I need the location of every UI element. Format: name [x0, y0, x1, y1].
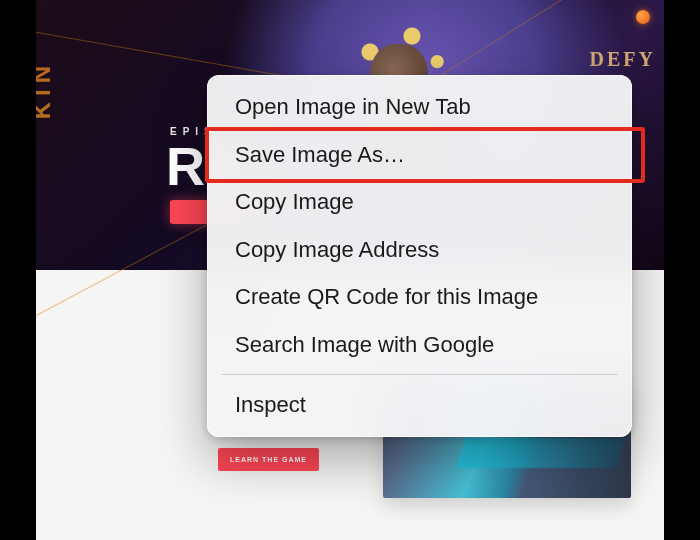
card-cta-button[interactable]: LEARN THE GAME — [218, 448, 319, 471]
menu-item-create-qr-code[interactable]: Create QR Code for this Image — [207, 273, 632, 321]
menu-item-inspect[interactable]: Inspect — [207, 381, 632, 429]
hero-side-caption: KIN — [36, 60, 56, 119]
corner-badge-icon — [636, 10, 650, 24]
menu-item-save-image-as[interactable]: Save Image As… — [207, 131, 632, 179]
menu-item-open-image-new-tab[interactable]: Open Image in New Tab — [207, 83, 632, 131]
menu-item-search-image-google[interactable]: Search Image with Google — [207, 321, 632, 369]
context-menu: Open Image in New Tab Save Image As… Cop… — [207, 75, 632, 437]
screenshot-stage: KIN DEFY TH EPISODE RE W modes as well a… — [0, 0, 700, 540]
menu-item-copy-image[interactable]: Copy Image — [207, 178, 632, 226]
menu-item-copy-image-address[interactable]: Copy Image Address — [207, 226, 632, 274]
hero-tagline-line1: DEFY — [590, 48, 656, 70]
menu-separator — [221, 374, 618, 375]
